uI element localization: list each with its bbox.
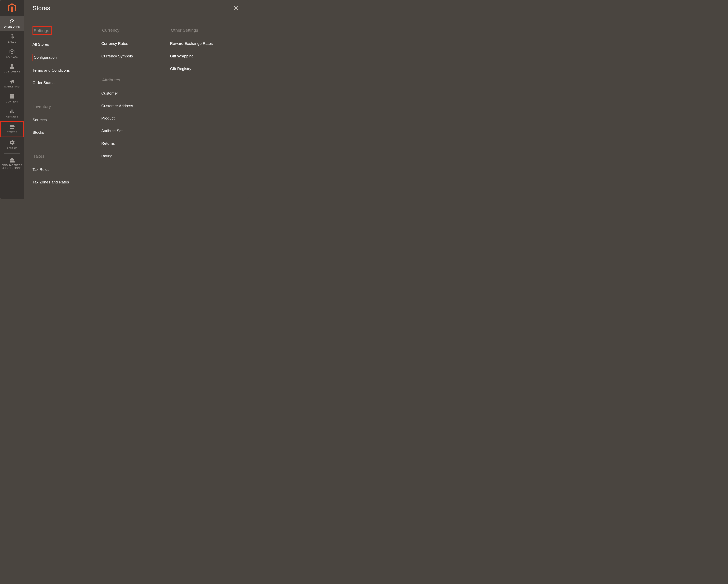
nav-label: DASHBOARD xyxy=(4,26,20,28)
nav-label: CUSTOMERS xyxy=(4,71,20,73)
link-stocks[interactable]: Stocks xyxy=(32,129,46,136)
link-gift-registry[interactable]: Gift Registry xyxy=(170,65,193,72)
gear-icon xyxy=(9,140,15,145)
flyout-column-3: Other Settings Reward Exchange Rates Gif… xyxy=(170,26,239,192)
section-heading-inventory: Inventory xyxy=(32,103,53,110)
storefront-icon xyxy=(9,124,15,130)
nav-system[interactable]: SYSTEM xyxy=(0,137,24,152)
nav-marketing[interactable]: MARKETING xyxy=(0,76,24,91)
nav-label: SALES xyxy=(8,40,16,44)
link-gift-wrapping[interactable]: Gift Wrapping xyxy=(170,53,196,59)
nav-customers[interactable]: CUSTOMERS xyxy=(0,61,24,76)
link-returns[interactable]: Returns xyxy=(101,140,117,147)
section-heading-other-settings: Other Settings xyxy=(170,26,200,34)
link-customer-address[interactable]: Customer Address xyxy=(101,103,135,109)
nav-label: FIND PARTNERS & EXTENSIONS xyxy=(1,164,23,170)
link-all-stores[interactable]: All Stores xyxy=(32,41,51,48)
link-reward-exchange-rates[interactable]: Reward Exchange Rates xyxy=(170,40,215,47)
blocks-icon xyxy=(9,157,15,163)
magento-logo-icon xyxy=(8,3,16,13)
section-heading-currency: Currency xyxy=(101,26,122,34)
nav-label: CONTENT xyxy=(6,101,18,103)
link-order-status[interactable]: Order Status xyxy=(32,80,56,86)
link-tax-zones-and-rates[interactable]: Tax Zones and Rates xyxy=(32,179,71,186)
link-customer[interactable]: Customer xyxy=(101,90,120,96)
nav-label: REPORTS xyxy=(6,115,18,118)
nav-stores[interactable]: STORES xyxy=(0,121,24,137)
flyout-title: Stores xyxy=(32,5,50,11)
link-sources[interactable]: Sources xyxy=(32,117,49,123)
link-rating[interactable]: Rating xyxy=(101,153,114,159)
magento-logo[interactable] xyxy=(0,0,24,16)
stores-flyout: Stores Settings All Stores Configuration… xyxy=(24,0,249,199)
person-icon xyxy=(9,63,15,69)
close-button[interactable] xyxy=(233,5,239,11)
link-product[interactable]: Product xyxy=(101,115,116,121)
layout-icon xyxy=(9,93,15,99)
nav-label: STORES xyxy=(7,131,17,134)
nav-find-partners[interactable]: FIND PARTNERS & EXTENSIONS xyxy=(0,155,24,173)
flyout-column-2: Currency Currency Rates Currency Symbols… xyxy=(101,26,170,192)
link-configuration[interactable]: Configuration xyxy=(32,54,59,61)
flyout-columns: Settings All Stores Configuration Terms … xyxy=(32,16,239,192)
section-heading-settings: Settings xyxy=(32,26,52,35)
section-heading-attributes: Attributes xyxy=(101,76,122,84)
megaphone-icon xyxy=(9,79,15,84)
nav-content[interactable]: CONTENT xyxy=(0,91,24,106)
nav-label: SYSTEM xyxy=(7,146,17,149)
admin-sidebar: DASHBOARD SALES CATALOG CUSTOMERS MARKET… xyxy=(0,0,24,199)
nav-reports[interactable]: REPORTS xyxy=(0,106,24,121)
nav-dashboard[interactable]: DASHBOARD xyxy=(0,16,24,31)
close-icon xyxy=(233,5,239,11)
nav-catalog[interactable]: CATALOG xyxy=(0,46,24,61)
box-icon xyxy=(9,49,15,54)
flyout-column-1: Settings All Stores Configuration Terms … xyxy=(32,26,101,192)
link-currency-symbols[interactable]: Currency Symbols xyxy=(101,53,135,59)
link-attribute-set[interactable]: Attribute Set xyxy=(101,128,125,134)
link-terms-and-conditions[interactable]: Terms and Conditions xyxy=(32,67,72,74)
gauge-icon xyxy=(9,19,15,24)
nav-label: MARKETING xyxy=(4,85,20,88)
dollar-icon xyxy=(9,34,15,39)
link-currency-rates[interactable]: Currency Rates xyxy=(101,40,130,47)
flyout-header: Stores xyxy=(32,0,239,16)
nav-sales[interactable]: SALES xyxy=(0,31,24,46)
section-heading-taxes: Taxes xyxy=(32,152,47,160)
bar-chart-icon xyxy=(9,109,15,114)
link-tax-rules[interactable]: Tax Rules xyxy=(32,166,51,173)
nav-label: CATALOG xyxy=(6,56,18,58)
